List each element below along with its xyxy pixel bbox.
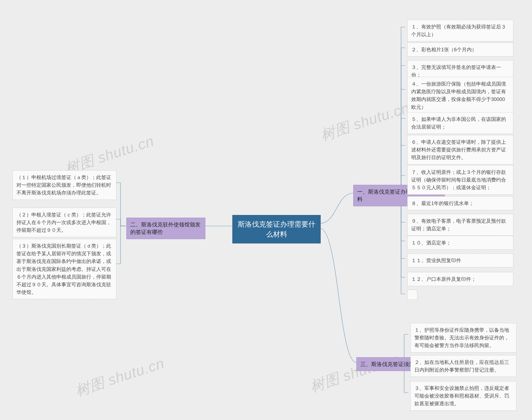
- watermark: 树图 shutu.cn: [318, 98, 412, 145]
- leaf-b1-11: １１、营业执照复印件: [407, 254, 513, 267]
- leaf-b2-2: （２）申根入境签证（ｃ类）；此签证允许持证人在６个月内一次或多次进入申根国，停留…: [13, 208, 116, 237]
- leaf-b2-1: （１）申根机场过境签证（ａ类）；此签证对一些特定国家公民颁发，即便他们转机时不离…: [13, 170, 116, 200]
- leaf-b1-10: １０、酒店定单；: [407, 236, 513, 250]
- leaf-b3-1: １、护照等身份证件应随身携带，以备当地警察随时查验。无法出示有效身份证件的，有可…: [410, 323, 517, 352]
- watermark: 树图 shutu.cn: [307, 349, 402, 397]
- leaf-b1-8: ８、最近1年的银行流水单；: [407, 196, 513, 210]
- leaf-b1-1: １、有效护照（有效期必须为获得签证后３个月以上）: [407, 20, 513, 41]
- leaf-b3-2: ２、如在当地私人住所居住，应在抵达后三日内到附近的外事警察部门登记注册。: [410, 355, 517, 377]
- leaf-b1-13: [407, 290, 417, 300]
- leaf-b1-7: ７、收入证明原件；或上３个月的银行存款证明（确保停留时间每日最底当地消费约合５５…: [407, 165, 513, 195]
- leaf-b1-4: ４、一份旅游医疗保险（包括申根成员国境内紧急医疗险以及申根成员国境内，签证有效期…: [407, 77, 513, 114]
- leaf-b2-3: （３）斯洛伐克国别长期签证（ｄ类）；此签证在给予某人居留许可的情况下颁发，或基于…: [13, 239, 116, 299]
- leaf-b1-6: ６、申请人在递交签证申请时，除了提供上述材料外还需要提供旅行费用承担方资产证明及…: [407, 135, 513, 165]
- leaf-b1-9: ９、有效电子客票，电子客票预定及预付款证明；酒店定单；: [407, 214, 513, 236]
- mindmap-canvas: 树图 shutu.cn 树图 shutu.cn 树图 shutu.cn 树图 s…: [0, 0, 532, 420]
- leaf-b1-5: ５、如果申请人为非本国公民，在该国家的合法居留证明；: [407, 112, 513, 134]
- leaf-b3-3: ３、军事和安全设施禁止拍照，违反规定者可能会被没收胶卷和照相器材、受训斥、罚款甚…: [410, 381, 517, 411]
- watermark: 树图 shutu.cn: [73, 354, 167, 401]
- leaf-b1-12: １２、户口本原件及复印件；: [407, 272, 513, 286]
- leaf-b1-2: ２、彩色相片1张（6个月内）: [407, 43, 513, 57]
- branch-2: 二、斯洛伐克驻外使领馆颁发的签证有哪些: [126, 218, 205, 239]
- center-node: 斯洛伐克签证办理需要什么材料: [232, 215, 321, 243]
